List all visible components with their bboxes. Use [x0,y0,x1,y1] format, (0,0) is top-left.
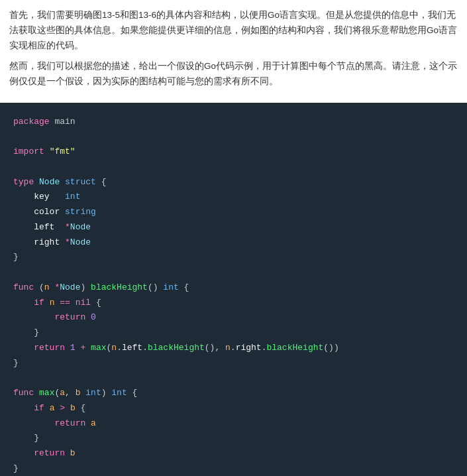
code-line-21: return a [13,416,454,432]
code-line-13: if n == nil { [13,296,454,311]
code-line-22: } [13,431,454,446]
code-line-19: func max(a, b int) int { [13,386,454,401]
code-line-5: type Node struct { [13,175,454,190]
code-line-16: return 1 + max(n.left.blackHeight(), n.r… [13,341,454,356]
code-line-6: key int [13,190,454,205]
code-line-1: package main [13,115,454,130]
code-line-17: } [13,356,454,371]
code-block: package main import "fmt" type Node stru… [0,103,467,476]
code-line-10: } [13,250,454,265]
code-line-7: color string [13,205,454,220]
code-line-11 [13,265,454,280]
code-line-2 [13,129,454,145]
code-line-9: right *Node [13,235,454,251]
code-line-14: return 0 [13,310,454,326]
code-line-3: import "fmt" [13,145,454,160]
code-line-12: func (n *Node) blackHeight() int { [13,280,454,296]
code-line-24: } [13,461,454,476]
intro-paragraph-2: 然而，我们可以根据您的描述，给出一个假设的Go代码示例，用于计算图中每个节点的黑… [9,59,458,89]
intro-paragraph-1: 首先，我们需要明确图13-5和图13-6的具体内容和结构，以便用Go语言实现。但… [9,8,458,54]
code-line-8: left *Node [13,220,454,235]
code-line-18 [13,371,454,386]
intro-section: 首先，我们需要明确图13-5和图13-6的具体内容和结构，以便用Go语言实现。但… [0,0,467,100]
code-line-20: if a > b { [13,401,454,416]
code-line-15: } [13,326,454,341]
code-line-4 [13,160,454,175]
code-line-23: return b [13,446,454,461]
